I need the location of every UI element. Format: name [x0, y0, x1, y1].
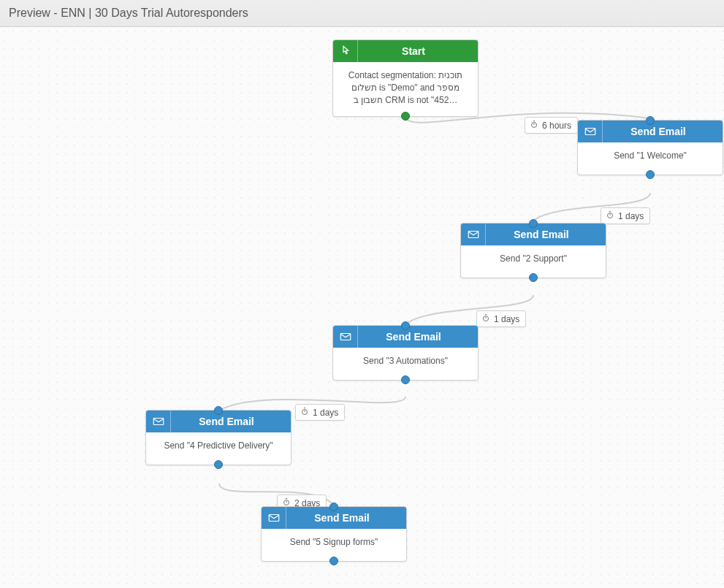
email-node-1[interactable]: Send Email Send "1 Welcome" — [577, 120, 723, 175]
delay-badge-4[interactable]: 1 days — [295, 404, 345, 421]
email-node-title-text: Send Email — [358, 331, 478, 343]
svg-rect-9 — [269, 515, 279, 522]
stopwatch-icon — [481, 313, 490, 324]
delay-text: 6 hours — [542, 121, 571, 131]
mail-icon — [461, 224, 486, 245]
start-node[interactable]: Start Contact segmentation: תוכנית תשלום… — [332, 39, 479, 117]
delay-text: 1 days — [313, 408, 338, 418]
mail-icon — [146, 411, 171, 432]
delay-badge-2[interactable]: 1 days — [601, 207, 650, 224]
mail-icon — [333, 326, 358, 348]
email-node-title-text: Send Email — [171, 416, 291, 427]
start-node-body: Contact segmentation: תוכנית תשלום is "D… — [333, 62, 478, 116]
delay-badge-1[interactable]: 6 hours — [525, 117, 578, 134]
svg-rect-5 — [340, 334, 351, 340]
start-node-title-text: Start — [358, 45, 478, 57]
stopwatch-icon — [606, 210, 614, 221]
delay-badge-3[interactable]: 1 days — [476, 310, 526, 327]
stopwatch-icon — [530, 120, 538, 131]
svg-rect-7 — [153, 419, 164, 425]
email-node-4[interactable]: Send Email Send "4 Predictive Delivery" — [145, 410, 291, 465]
preview-title: Preview - ENN | 30 Days Trial Autorespon… — [9, 7, 248, 20]
port-out[interactable] — [329, 557, 338, 565]
svg-rect-3 — [468, 232, 479, 238]
svg-rect-1 — [585, 129, 595, 135]
start-node-title: Start — [333, 40, 478, 62]
delay-text: 1 days — [618, 211, 644, 221]
email-node-title-text: Send Email — [286, 512, 406, 524]
port-out[interactable] — [401, 375, 410, 384]
port-in[interactable] — [529, 219, 538, 228]
port-in[interactable] — [214, 406, 223, 415]
email-node-5[interactable]: Send Email Send "5 Signup forms" — [261, 506, 407, 562]
port-in[interactable] — [646, 116, 655, 125]
port-in[interactable] — [401, 321, 410, 330]
port-out[interactable] — [401, 112, 410, 121]
port-in[interactable] — [329, 503, 338, 511]
mail-icon — [578, 121, 603, 142]
email-node-3[interactable]: Send Email Send "3 Automations" — [332, 325, 479, 381]
email-node-title-text: Send Email — [603, 126, 723, 137]
mail-icon — [262, 507, 286, 529]
port-out[interactable] — [214, 460, 223, 469]
stopwatch-icon — [300, 407, 309, 418]
email-node-title-text: Send Email — [486, 229, 606, 240]
pointer-icon — [333, 40, 358, 62]
port-out[interactable] — [646, 170, 655, 179]
preview-header: Preview - ENN | 30 Days Trial Autorespon… — [0, 0, 724, 27]
email-node-2[interactable]: Send Email Send "2 Support" — [460, 223, 606, 278]
delay-text: 1 days — [494, 314, 519, 324]
workflow-canvas[interactable]: Start Contact segmentation: תוכנית תשלום… — [0, 27, 724, 588]
port-out[interactable] — [529, 273, 538, 282]
